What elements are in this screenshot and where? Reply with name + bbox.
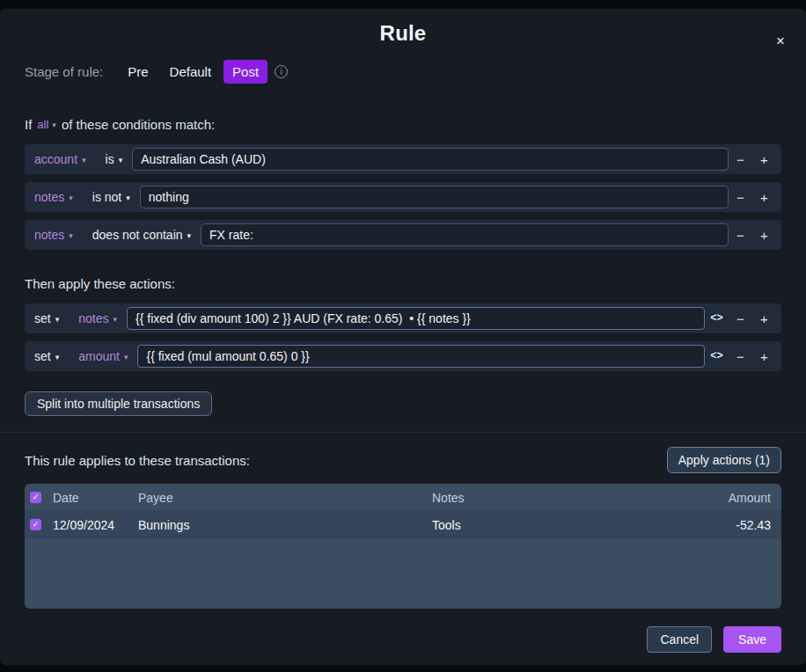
condition-row: notes ▾ does not contain ▾ − +: [25, 220, 781, 250]
transactions-table: ✓ Date Payee Notes Amount ✓ 12/09/2024 B…: [25, 484, 781, 609]
condition-row: account ▾ is ▾ − +: [25, 144, 781, 174]
action-value-input[interactable]: [137, 345, 705, 368]
remove-action-button[interactable]: −: [729, 345, 752, 369]
condition-op-select[interactable]: is ▾: [96, 152, 133, 166]
action-verb-label: set: [34, 311, 51, 325]
add-action-button[interactable]: +: [752, 307, 776, 331]
remove-condition-button[interactable]: −: [729, 148, 752, 172]
condition-value-input[interactable]: [140, 186, 729, 208]
add-condition-button[interactable]: +: [752, 148, 776, 172]
chevron-down-icon: ▾: [52, 121, 56, 129]
conditions-heading-prefix: If: [25, 117, 32, 132]
chevron-down-icon: ▾: [187, 232, 192, 240]
action-verb-select[interactable]: set ▾: [25, 311, 69, 325]
condition-rows: account ▾ is ▾ − + notes ▾ is not ▾ − +: [25, 144, 781, 250]
action-field-label: notes: [78, 311, 108, 325]
chevron-down-icon: ▾: [124, 354, 128, 362]
table-row[interactable]: ✓ 12/09/2024 Bunnings Tools -52.43: [25, 511, 781, 538]
condition-match-value: all: [37, 118, 48, 131]
chevron-down-icon: ▾: [119, 157, 123, 164]
chevron-down-icon: ▾: [82, 157, 86, 164]
apply-actions-button[interactable]: Apply actions (1): [667, 447, 781, 473]
conditions-heading-suffix: of these conditions match:: [62, 117, 215, 132]
section-divider: [0, 432, 806, 433]
page-title: Rule: [25, 21, 781, 46]
condition-value-input[interactable]: [201, 223, 729, 246]
remove-condition-button[interactable]: −: [729, 223, 752, 247]
condition-field-select[interactable]: account ▾: [25, 152, 96, 166]
action-field-label: amount: [78, 349, 120, 363]
remove-action-button[interactable]: −: [729, 307, 752, 331]
action-field-select[interactable]: notes ▾: [69, 311, 127, 325]
cell-payee: Bunnings: [138, 518, 432, 532]
column-header-notes: Notes: [432, 491, 685, 505]
chevron-down-icon: ▾: [126, 194, 130, 202]
condition-op-select[interactable]: does not contain ▾: [83, 228, 201, 242]
chevron-down-icon: ▾: [69, 232, 73, 240]
column-header-amount: Amount: [685, 491, 781, 505]
conditions-heading: If all ▾ of these conditions match:: [25, 117, 781, 132]
stage-of-rule-row: Stage of rule: Pre Default Post i: [25, 60, 781, 84]
action-rows: set ▾ notes ▾ <> − + set ▾ amount ▾ <> −: [25, 303, 781, 371]
chevron-down-icon: ▾: [55, 316, 60, 324]
condition-field-label: notes: [34, 228, 64, 242]
table-header-row: ✓ Date Payee Notes Amount: [25, 484, 781, 511]
condition-op-label: does not contain: [92, 228, 183, 242]
stage-option-default[interactable]: Default: [161, 60, 221, 84]
cell-notes: Tools: [432, 518, 685, 532]
chevron-down-icon: ▾: [55, 354, 60, 362]
rule-modal: Rule × Stage of rule: Pre Default Post i…: [0, 9, 806, 665]
condition-row: notes ▾ is not ▾ − +: [25, 182, 781, 212]
action-row: set ▾ amount ▾ <> − +: [25, 341, 781, 371]
info-icon[interactable]: i: [275, 65, 288, 78]
stage-option-post[interactable]: Post: [223, 60, 267, 84]
actions-heading: Then apply these actions:: [25, 276, 781, 291]
transactions-heading: This rule applies to these transactions:: [25, 453, 250, 468]
select-all-checkbox[interactable]: ✓: [30, 492, 41, 503]
template-code-icon[interactable]: <>: [705, 345, 729, 369]
cell-amount: -52.43: [685, 518, 781, 532]
chevron-down-icon: ▾: [113, 316, 117, 324]
stage-label: Stage of rule:: [25, 64, 103, 79]
column-header-date: Date: [53, 491, 138, 505]
split-transactions-button[interactable]: Split into multiple transactions: [25, 391, 212, 416]
condition-op-label: is not: [92, 190, 121, 204]
condition-value-input[interactable]: [132, 148, 729, 171]
condition-op-select[interactable]: is not ▾: [83, 190, 140, 204]
transactions-header: This rule applies to these transactions:…: [25, 447, 781, 473]
condition-field-select[interactable]: notes ▾: [25, 190, 83, 204]
action-value-input[interactable]: [127, 307, 705, 330]
add-condition-button[interactable]: +: [752, 186, 776, 209]
stage-option-pre[interactable]: Pre: [119, 60, 157, 84]
save-button[interactable]: Save: [723, 626, 781, 653]
action-field-select[interactable]: amount ▾: [69, 349, 137, 363]
condition-field-select[interactable]: notes ▾: [25, 228, 83, 242]
action-verb-select[interactable]: set ▾: [25, 349, 69, 363]
column-header-payee: Payee: [138, 491, 432, 505]
chevron-down-icon: ▾: [69, 194, 73, 202]
action-row: set ▾ notes ▾ <> − +: [25, 303, 781, 333]
cancel-button[interactable]: Cancel: [647, 626, 712, 653]
condition-match-select[interactable]: all ▾: [37, 118, 56, 131]
cell-date: 12/09/2024: [53, 518, 138, 532]
condition-op-label: is: [106, 152, 114, 166]
action-verb-label: set: [34, 349, 51, 363]
row-checkbox[interactable]: ✓: [30, 519, 41, 530]
condition-field-label: notes: [34, 190, 64, 204]
close-icon[interactable]: ×: [771, 32, 790, 51]
condition-field-label: account: [34, 152, 77, 166]
add-action-button[interactable]: +: [752, 345, 776, 369]
add-condition-button[interactable]: +: [752, 223, 776, 247]
modal-footer: Cancel Save: [25, 626, 781, 653]
template-code-icon[interactable]: <>: [705, 307, 729, 331]
remove-condition-button[interactable]: −: [729, 186, 752, 209]
